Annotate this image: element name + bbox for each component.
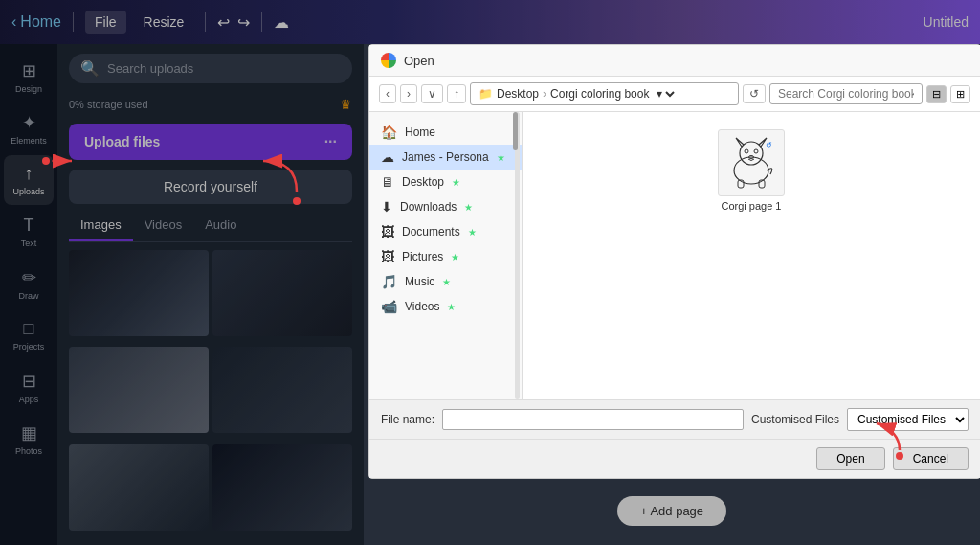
file-item-corgi[interactable]: ↺ Corgi page 1 <box>534 124 969 217</box>
svg-point-3 <box>754 149 758 153</box>
breadcrumb-separator: › <box>543 87 546 101</box>
svg-point-2 <box>745 149 748 153</box>
pin-icon-downloads: ★ <box>464 202 473 213</box>
filetype-select[interactable]: Customised Files <box>847 408 969 431</box>
filetype-label: Customised Files <box>751 413 839 426</box>
dlg-label-desktop: Desktop <box>402 175 444 189</box>
dlg-item-videos[interactable]: 📹 Videos ★ <box>369 294 522 319</box>
dlg-label-downloads: Downloads <box>400 200 457 214</box>
dlg-item-home[interactable]: 🏠 Home <box>369 120 522 145</box>
dialog-body: 🏠 Home ☁ James - Persona ★ 🖥 Desktop ★ ⬇… <box>369 112 980 399</box>
dialog-title: Open <box>404 54 434 68</box>
forward-nav-button[interactable]: › <box>400 84 417 103</box>
up-nav-button[interactable]: ↑ <box>447 84 466 103</box>
dialog-footer: File name: Customised Files Customised F… <box>369 399 980 439</box>
pin-icon-desktop: ★ <box>452 177 460 188</box>
desktop-icon: 🖥 <box>381 174 394 190</box>
dialog-cancel-button[interactable]: Cancel <box>893 447 969 470</box>
dlg-item-james[interactable]: ☁ James - Persona ★ <box>369 145 522 170</box>
home-folder-icon: 🏠 <box>381 125 397 140</box>
file-name-label: Corgi page 1 <box>722 200 782 212</box>
dlg-label-pictures: Pictures <box>402 250 443 263</box>
dialog-sidebar: 🏠 Home ☁ James - Persona ★ 🖥 Desktop ★ ⬇… <box>369 112 523 399</box>
pin-icon-pictures: ★ <box>451 252 459 262</box>
dlg-label-home: Home <box>405 125 435 139</box>
folder-icon: 📁 <box>479 87 493 101</box>
corgi-thumbnail-svg: ↺ <box>723 134 780 192</box>
down-nav-button[interactable]: ∨ <box>421 84 443 103</box>
refresh-button[interactable]: ↺ <box>743 84 766 103</box>
file-refresh-icon: ↺ <box>766 141 772 149</box>
breadcrumb-desktop: Desktop <box>497 87 539 101</box>
pin-icon-music: ★ <box>442 277 451 287</box>
pin-icon-videos: ★ <box>447 302 456 312</box>
pin-icon-james: ★ <box>497 152 505 163</box>
scroll-thumb <box>513 112 518 150</box>
pictures-icon: 🖼 <box>381 249 394 264</box>
dlg-item-music[interactable]: 🎵 Music ★ <box>369 269 522 294</box>
dlg-item-downloads[interactable]: ⬇ Downloads ★ <box>369 194 522 219</box>
dialog-content: ↺ Corgi page 1 <box>523 112 980 399</box>
back-nav-button[interactable]: ‹ <box>379 84 396 103</box>
file-thumbnail: ↺ <box>718 129 785 196</box>
dlg-label-music: Music <box>405 275 434 288</box>
chrome-icon <box>381 53 396 68</box>
dlg-label-videos: Videos <box>405 300 439 313</box>
dlg-label-james: James - Persona <box>402 150 489 164</box>
pin-icon-documents: ★ <box>468 227 477 238</box>
breadcrumb-dropdown[interactable]: ▾ <box>653 86 678 102</box>
open-dialog: Open ‹ › ∨ ↑ 📁 Desktop › Corgi coloring … <box>368 44 980 479</box>
dlg-item-pictures[interactable]: 🖼 Pictures ★ <box>369 244 522 269</box>
dialog-search-input[interactable] <box>769 83 923 104</box>
dialog-titlebar: Open <box>369 45 980 77</box>
music-icon: 🎵 <box>381 274 397 289</box>
downloads-icon: ⬇ <box>381 199 392 215</box>
view-toggle: ⊟ ⊞ <box>926 85 970 103</box>
videos-icon: 📹 <box>381 299 397 314</box>
scroll-track <box>515 112 520 399</box>
breadcrumb-folder: Corgi coloring book <box>550 87 649 101</box>
dialog-toolbar: ‹ › ∨ ↑ 📁 Desktop › Corgi coloring book … <box>369 77 980 112</box>
filename-input[interactable] <box>442 409 744 430</box>
dlg-label-documents: Documents <box>402 225 460 238</box>
breadcrumb[interactable]: 📁 Desktop › Corgi coloring book ▾ <box>470 82 739 105</box>
dialog-open-button[interactable]: Open <box>816 447 884 470</box>
list-view-button[interactable]: ⊟ <box>926 85 947 103</box>
svg-point-1 <box>740 142 763 165</box>
filename-label: File name: <box>381 413 434 426</box>
documents-icon: 🖼 <box>381 224 394 239</box>
grid-view-button[interactable]: ⊞ <box>950 85 970 103</box>
cloud-folder-icon: ☁ <box>381 149 394 165</box>
dlg-item-documents[interactable]: 🖼 Documents ★ <box>369 219 522 244</box>
dialog-actions: Open Cancel <box>369 439 980 478</box>
dlg-item-desktop[interactable]: 🖥 Desktop ★ <box>369 170 522 194</box>
